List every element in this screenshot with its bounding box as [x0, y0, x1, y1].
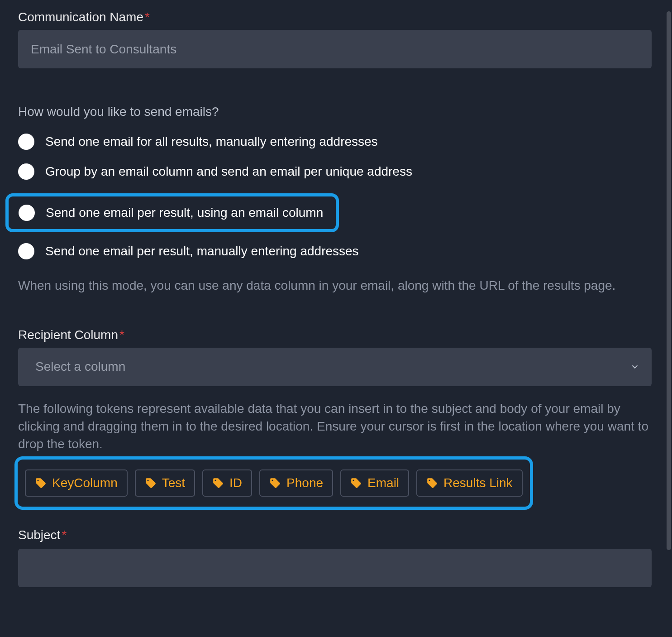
token-label: Email: [367, 476, 399, 490]
radio-option-per-result-column[interactable]: Send one email per result, using an emai…: [19, 205, 323, 221]
radio-option-group-by-column[interactable]: Group by an email column and send an ema…: [18, 163, 654, 180]
token-keycolumn[interactable]: KeyColumn: [25, 469, 128, 497]
token-label: Results Link: [443, 476, 513, 490]
radio-label: Send one email for all results, manually…: [45, 134, 378, 149]
required-mark: *: [145, 10, 150, 24]
radio-label: Send one email per result, manually ente…: [45, 244, 359, 259]
tag-icon: [212, 477, 224, 489]
select-placeholder: Select a column: [35, 359, 125, 374]
radio-label: Group by an email column and send an ema…: [45, 164, 412, 179]
radio-icon: [18, 243, 34, 259]
radio-option-per-result-manual[interactable]: Send one email per result, manually ente…: [18, 243, 654, 259]
token-label: Phone: [286, 476, 323, 490]
scrollbar-track[interactable]: [666, 10, 672, 637]
tag-icon: [426, 477, 438, 489]
scrollbar-thumb[interactable]: [667, 11, 671, 550]
tag-icon: [269, 477, 281, 489]
required-mark: *: [62, 528, 67, 542]
radio-icon: [18, 163, 34, 180]
recipient-column-select[interactable]: Select a column: [18, 348, 652, 386]
radio-option-all-results[interactable]: Send one email for all results, manually…: [18, 134, 654, 150]
recipient-column-label: Recipient Column*: [18, 328, 654, 342]
tag-icon: [35, 477, 47, 489]
radio-icon-selected: [19, 205, 35, 221]
token-phone[interactable]: Phone: [259, 469, 333, 497]
send-mode-help-text: When using this mode, you can use any da…: [18, 277, 652, 295]
token-label: KeyColumn: [52, 476, 118, 490]
communication-name-input[interactable]: [18, 30, 652, 68]
token-label: ID: [229, 476, 242, 490]
subject-label: Subject*: [18, 528, 654, 542]
tag-icon: [350, 477, 362, 489]
chevron-down-icon: [630, 362, 640, 372]
tag-icon: [145, 477, 157, 489]
token-test[interactable]: Test: [135, 469, 195, 497]
radio-option-highlight: Send one email per result, using an emai…: [5, 193, 339, 232]
communication-name-label: Communication Name*: [18, 10, 654, 24]
token-email[interactable]: Email: [340, 469, 409, 497]
radio-label: Send one email per result, using an emai…: [46, 206, 323, 220]
token-label: Test: [162, 476, 185, 490]
subject-input[interactable]: [18, 549, 652, 587]
send-mode-radio-group: Send one email for all results, manually…: [18, 134, 654, 259]
required-mark: *: [119, 328, 124, 342]
tokens-help-text: The following tokens represent available…: [18, 400, 654, 453]
token-results-link[interactable]: Results Link: [416, 469, 523, 497]
send-mode-question: How would you like to send emails?: [18, 105, 654, 119]
radio-icon: [18, 134, 34, 150]
token-id[interactable]: ID: [202, 469, 252, 497]
tokens-highlight: KeyColumn Test ID Phone Email: [14, 456, 533, 510]
